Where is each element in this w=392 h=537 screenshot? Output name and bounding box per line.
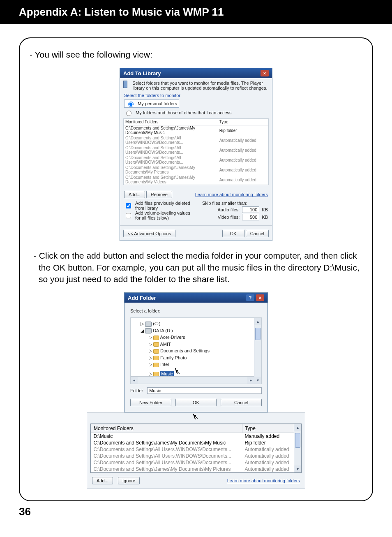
add-to-library-dialog: Add To Library × Select folders that you… xyxy=(120,68,272,241)
folder-icon xyxy=(153,336,159,340)
table-row[interactable]: C:\Documents and Settings\All Users\WIND… xyxy=(124,145,268,155)
table-row[interactable]: C:\Documents and Settings\James\My Docum… xyxy=(124,125,268,136)
scroll-up-icon[interactable]: ▴ xyxy=(294,424,301,431)
learn-more-link-2[interactable]: Learn more about monitoring folders xyxy=(227,478,300,483)
chk-volume-label: Add volume-leveling values for all files… xyxy=(135,211,196,220)
kb-label-2: KB xyxy=(262,215,268,220)
col-type-2[interactable]: Type xyxy=(242,424,301,433)
cancel-button[interactable]: Cancel xyxy=(221,399,262,406)
table-row[interactable]: C:\Documents and Settings\James\My Docum… xyxy=(91,466,301,472)
table-row[interactable]: C:\Documents and Settings\All Users.WIND… xyxy=(91,453,301,459)
paragraph-1: - You will see the following view: xyxy=(30,49,362,60)
tree-folder[interactable]: ▷ AMIT xyxy=(135,341,260,348)
folder-icon xyxy=(153,363,159,367)
col-type[interactable]: Type xyxy=(218,119,268,125)
table-row[interactable]: C:\Documents and Settings\James\My Docum… xyxy=(91,440,301,446)
table-row[interactable]: C:\Documents and Settings\James\My Docum… xyxy=(124,175,268,185)
chk-deleted[interactable]: Add files previously deleted from librar… xyxy=(124,201,196,211)
folder-field[interactable]: Music xyxy=(147,387,262,394)
drive-d-label: DATA (D:) xyxy=(153,328,173,333)
monitored-folders-table: Monitored FoldersType C:\Documents and S… xyxy=(124,119,268,185)
radio-others[interactable]: My folders and those of others that I ca… xyxy=(124,109,268,116)
radio-others-label: My folders and those of others that I ca… xyxy=(136,110,232,115)
cursor-icon xyxy=(175,368,181,375)
add-folder-dialog: Add Folder ? × Select a folder: ▷ (C:) ◢… xyxy=(124,292,268,412)
cancel-button[interactable]: Cancel xyxy=(246,230,269,237)
ok-button[interactable]: OK xyxy=(222,230,244,237)
drive-icon xyxy=(145,322,152,327)
help-icon[interactable]: ? xyxy=(246,294,254,301)
radio-personal-label: My personal folders xyxy=(138,101,177,106)
table-row[interactable]: C:\Documents and Settings\All Users\WIND… xyxy=(124,135,268,145)
paragraph-2: - Click on the add button and select the… xyxy=(30,250,362,285)
add-button-2[interactable]: Add... xyxy=(92,477,113,484)
page-header: Appendix A: Listen to Music via WMP 11 xyxy=(0,0,392,24)
chk-deleted-input[interactable] xyxy=(126,203,131,208)
drive-c-label: (C:) xyxy=(153,321,160,326)
folder-field-label: Folder xyxy=(130,388,143,393)
dialog2-title: Add Folder xyxy=(128,295,156,301)
drive-icon xyxy=(145,328,152,333)
chk-volume-input[interactable] xyxy=(126,213,131,218)
radio-personal[interactable]: My personal folders xyxy=(124,100,179,108)
scroll-up-icon[interactable]: ▴ xyxy=(254,318,261,325)
audio-input[interactable]: 100 xyxy=(242,206,259,213)
table-row[interactable]: C:\Documents and Settings\All Users.WIND… xyxy=(91,459,301,466)
chk-deleted-label: Add files previously deleted from librar… xyxy=(135,201,196,211)
table-row[interactable]: C:\Documents and Settings\All Users\WIND… xyxy=(124,155,268,165)
table-row[interactable]: C:\Documents and Settings\James\My Docum… xyxy=(124,165,268,175)
content-frame: - You will see the following view: Add T… xyxy=(19,37,373,501)
scroll-down-icon[interactable]: ▾ xyxy=(294,465,301,472)
kb-label: KB xyxy=(262,207,268,212)
titlebar[interactable]: Add To Library × xyxy=(120,68,272,78)
scroll-down-icon[interactable]: ▾ xyxy=(254,377,261,384)
cursor-icon xyxy=(193,414,199,421)
new-folder-button[interactable]: New Folder xyxy=(130,399,171,406)
scroll-thumb[interactable] xyxy=(295,433,300,448)
library-icon xyxy=(123,81,127,88)
vertical-scrollbar[interactable]: ▴ ▾ xyxy=(254,318,261,384)
ok-button[interactable]: OK xyxy=(175,399,217,406)
audio-label: Audio files: xyxy=(218,207,240,212)
video-label: Video files: xyxy=(218,215,240,220)
table-row[interactable]: C:\Documents and Settings\All Users.WIND… xyxy=(91,446,301,453)
remove-button[interactable]: Remove xyxy=(146,191,172,198)
ignore-button[interactable]: Ignore xyxy=(118,477,140,484)
radio-personal-input[interactable] xyxy=(128,102,134,107)
tree-drive-c[interactable]: ▷ (C:) xyxy=(135,320,260,327)
tree-folder[interactable]: ▷ Family Photo xyxy=(135,354,260,361)
d1-rows: C:\Documents and Settings\James\My Docum… xyxy=(124,125,268,185)
learn-more-link[interactable]: Learn more about monitoring folders xyxy=(195,192,268,197)
close-icon[interactable]: × xyxy=(256,294,264,301)
folder-tree[interactable]: ▷ (C:) ◢ DATA (D:) ▷ Acer-Drivers▷ AMIT▷… xyxy=(131,318,261,384)
advanced-options-button[interactable]: << Advanced Options xyxy=(123,230,175,237)
horizontal-scrollbar[interactable]: ◂ ▸ xyxy=(131,376,254,384)
monitored-folders-table-2: Monitored FoldersType D:\MusicManually a… xyxy=(91,424,301,472)
add-button[interactable]: Add... xyxy=(124,191,145,198)
scroll-right-icon[interactable]: ▸ xyxy=(247,377,254,384)
folder-icon xyxy=(153,372,159,376)
dialog-title: Add To Library xyxy=(123,70,161,76)
tree-folder[interactable]: ▷ Intel xyxy=(135,361,260,368)
close-icon[interactable]: × xyxy=(261,70,269,76)
tree-folder[interactable]: ▷ Documents and Settings xyxy=(135,347,260,354)
page-number: 36 xyxy=(19,505,392,518)
table-row[interactable]: D:\MusicManually added xyxy=(91,433,301,440)
scroll-thumb[interactable] xyxy=(255,328,261,340)
col-folders[interactable]: Monitored Folders xyxy=(124,119,218,125)
skip-label: Skip files smaller than: xyxy=(202,201,268,206)
video-input[interactable]: 500 xyxy=(242,214,259,220)
titlebar-2[interactable]: Add Folder ? × xyxy=(125,293,267,303)
chk-volume[interactable]: Add volume-leveling values for all files… xyxy=(124,211,196,220)
scroll-left-icon[interactable]: ◂ xyxy=(131,377,138,384)
vertical-scrollbar-2[interactable]: ▴ ▾ xyxy=(294,424,301,472)
tree-folder[interactable]: ▷ Music xyxy=(135,368,260,377)
col-folders-2[interactable]: Monitored Folders xyxy=(91,424,242,433)
p3-rows: D:\MusicManually addedC:\Documents and S… xyxy=(91,433,301,473)
tree-folder[interactable]: ▷ Acer-Drivers xyxy=(135,334,260,341)
radio-others-input[interactable] xyxy=(126,111,131,116)
dialog-intro: Select folders that you want to monitor … xyxy=(132,81,269,90)
select-folder-label: Select a folder: xyxy=(125,303,267,315)
folder-icon xyxy=(153,349,159,354)
tree-drive-d[interactable]: ◢ DATA (D:) xyxy=(135,327,260,334)
